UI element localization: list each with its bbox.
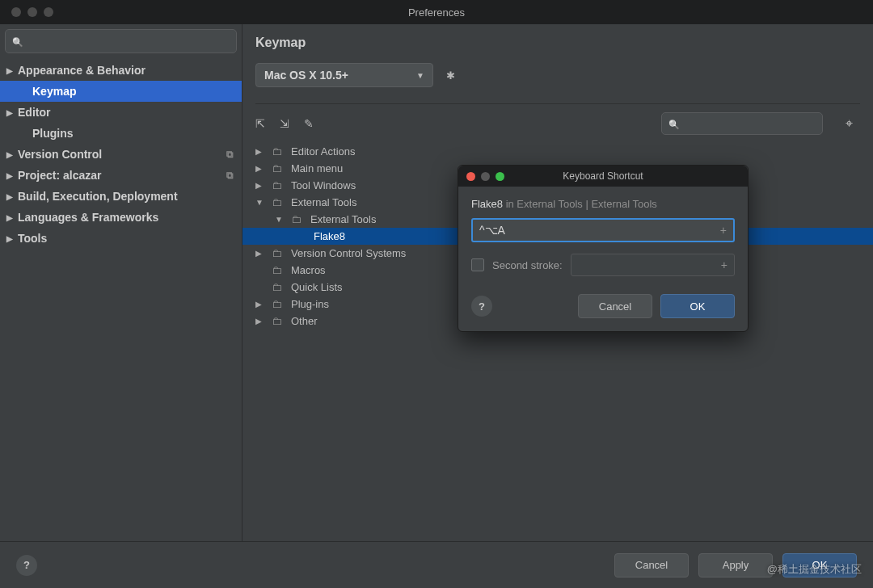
tree-label: Plug-ins xyxy=(291,298,329,310)
button-label: OK xyxy=(690,300,706,313)
chevron-right-icon: ▶ xyxy=(255,249,265,258)
chevron-down-icon: ▼ xyxy=(416,71,424,80)
chevron-right-icon: ▶ xyxy=(6,234,13,243)
keyboard-shortcut-dialog: Keyboard Shortcut Flake8 in External Too… xyxy=(458,165,749,332)
close-icon[interactable] xyxy=(11,7,21,17)
badge-icon: ⧉ xyxy=(226,170,234,181)
second-stroke-label: Second stroke: xyxy=(492,259,563,271)
sidebar-item-label: Project: alcazar xyxy=(18,169,102,182)
folder-icon: 🗀 xyxy=(272,162,285,174)
dialog-ok-button[interactable]: OK xyxy=(660,294,735,318)
sidebar-tree: ▶ Appearance & Behavior Keymap ▶ Editor … xyxy=(0,57,242,588)
sidebar-item-keymap[interactable]: Keymap xyxy=(0,81,242,102)
tree-label: Flake8 xyxy=(314,230,345,242)
sidebar-item-label: Version Control xyxy=(18,148,102,161)
sidebar-search-input[interactable] xyxy=(5,29,237,53)
search-icon xyxy=(668,118,680,130)
second-stroke-checkbox[interactable] xyxy=(471,258,484,271)
sidebar-item-vcs[interactable]: ▶ Version Control ⧉ xyxy=(0,144,242,165)
badge-icon: ⧉ xyxy=(226,149,234,160)
sidebar-item-label: Languages & Frameworks xyxy=(18,211,158,224)
folder-icon: 🗀 xyxy=(272,196,285,208)
search-icon xyxy=(12,36,23,48)
keymap-search-input[interactable] xyxy=(661,112,823,135)
keymap-scheme-dropdown[interactable]: Mac OS X 10.5+ ▼ xyxy=(255,63,433,87)
tree-label: External Tools xyxy=(310,213,376,225)
minimize-icon[interactable] xyxy=(27,7,37,17)
add-icon[interactable]: + xyxy=(721,258,728,271)
button-label: Cancel xyxy=(635,559,668,571)
traffic-lights xyxy=(11,7,53,17)
folder-icon: 🗀 xyxy=(291,213,304,225)
maximize-icon[interactable] xyxy=(44,7,53,17)
close-icon[interactable] xyxy=(466,172,475,181)
sidebar-item-label: Plugins xyxy=(32,127,74,140)
folder-icon: 🗀 xyxy=(272,264,285,276)
chevron-right-icon: ▶ xyxy=(6,66,13,75)
tree-label: Macros xyxy=(291,264,326,276)
footer: ? Cancel Apply OK xyxy=(0,541,873,588)
dialog-title: Keyboard Shortcut xyxy=(563,170,643,182)
sidebar-item-label: Keymap xyxy=(32,85,76,98)
crumb-strong: Flake8 xyxy=(471,198,503,210)
sidebar-item-editor[interactable]: ▶ Editor xyxy=(0,102,242,123)
help-button[interactable]: ? xyxy=(16,555,37,576)
keymap-scheme-row: Mac OS X 10.5+ ▼ ✱ xyxy=(242,57,873,103)
sidebar-item-label: Build, Execution, Deployment xyxy=(18,190,178,203)
sidebar-item-label: Editor xyxy=(18,106,50,119)
dialog-footer: ? Cancel OK xyxy=(458,284,748,331)
watermark: @稀土掘金技术社区 xyxy=(767,562,862,577)
sidebar-item-label: Appearance & Behavior xyxy=(18,64,146,77)
folder-icon: 🗀 xyxy=(272,315,285,327)
folder-icon: 🗀 xyxy=(272,298,285,310)
dialog-body: Flake8 in External Tools | External Tool… xyxy=(458,187,748,284)
folder-icon: 🗀 xyxy=(272,247,285,259)
chevron-right-icon: ▶ xyxy=(255,300,265,309)
second-stroke-input[interactable]: + xyxy=(571,254,735,276)
apply-button[interactable]: Apply xyxy=(698,553,773,578)
sidebar-item-appearance[interactable]: ▶ Appearance & Behavior xyxy=(0,60,242,81)
sidebar-item-tools[interactable]: ▶ Tools xyxy=(0,228,242,249)
add-icon[interactable]: + xyxy=(720,224,727,237)
dialog-traffic-lights xyxy=(466,172,504,181)
chevron-right-icon: ▶ xyxy=(255,164,265,173)
button-label: Cancel xyxy=(599,300,631,313)
sidebar-item-project[interactable]: ▶ Project: alcazar ⧉ xyxy=(0,165,242,186)
folder-icon: 🗀 xyxy=(272,281,285,293)
page-title: Keymap xyxy=(242,24,873,57)
collapse-all-icon[interactable]: ⇲ xyxy=(280,117,289,130)
sidebar: ▶ Appearance & Behavior Keymap ▶ Editor … xyxy=(0,24,242,588)
window-title: Preferences xyxy=(408,6,465,19)
sidebar-item-languages[interactable]: ▶ Languages & Frameworks xyxy=(0,207,242,228)
chevron-right-icon: ▶ xyxy=(6,171,13,180)
help-button[interactable]: ? xyxy=(471,296,492,317)
chevron-right-icon: ▶ xyxy=(6,150,13,159)
dropdown-value: Mac OS X 10.5+ xyxy=(264,69,348,82)
second-stroke-row: Second stroke: + xyxy=(471,254,735,276)
tree-label: Other xyxy=(291,315,318,327)
minimize-icon xyxy=(481,172,490,181)
folder-icon: 🗀 xyxy=(272,179,285,191)
window-titlebar: Preferences xyxy=(0,0,873,24)
tree-label: Quick Lists xyxy=(291,281,343,293)
chevron-right-icon: ▶ xyxy=(6,213,13,222)
dialog-cancel-button[interactable]: Cancel xyxy=(578,294,652,318)
gear-icon[interactable]: ✱ xyxy=(446,69,455,82)
tree-label: Editor Actions xyxy=(291,145,356,158)
chevron-right-icon: ▶ xyxy=(6,192,13,201)
dialog-breadcrumb: Flake8 in External Tools | External Tool… xyxy=(471,198,735,210)
chevron-right-icon: ▶ xyxy=(255,147,265,156)
sidebar-item-build[interactable]: ▶ Build, Execution, Deployment xyxy=(0,186,242,207)
edit-icon[interactable]: ✎ xyxy=(304,117,314,130)
expand-all-icon[interactable]: ⇱ xyxy=(255,117,265,130)
tree-node-editor-actions[interactable]: ▶ 🗀 Editor Actions xyxy=(255,143,873,160)
cancel-button[interactable]: Cancel xyxy=(614,553,689,578)
tree-label: Version Control Systems xyxy=(291,247,406,259)
button-label: Apply xyxy=(723,559,749,571)
find-shortcut-icon[interactable]: ⌖ xyxy=(837,112,860,135)
tree-label: Tool Windows xyxy=(291,179,356,191)
shortcut-input[interactable]: ^⌥A + xyxy=(471,218,735,242)
crumb-weak: in External Tools | External Tools xyxy=(503,198,657,210)
maximize-icon[interactable] xyxy=(496,172,504,181)
sidebar-item-plugins[interactable]: Plugins xyxy=(0,123,242,144)
